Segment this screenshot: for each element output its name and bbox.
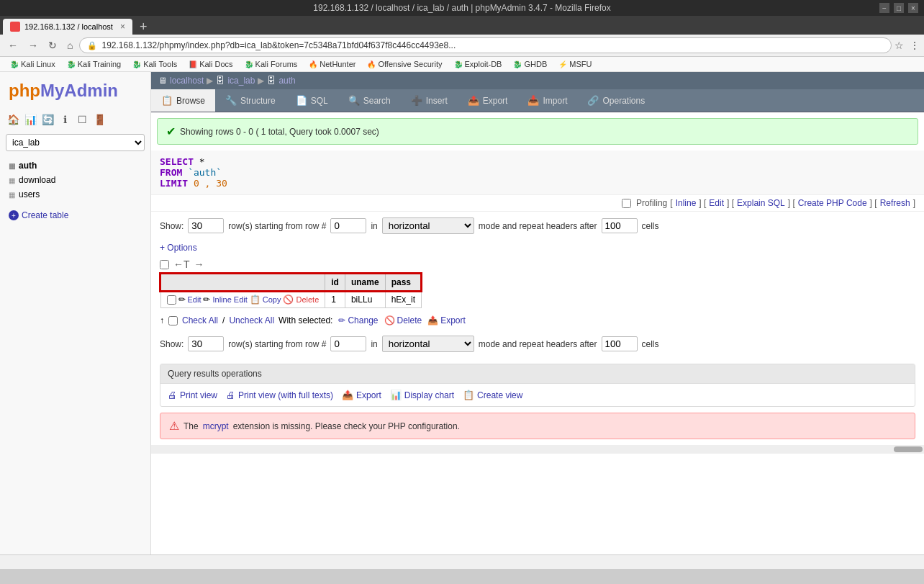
tab-sql[interactable]: 📄 SQL: [286, 89, 338, 112]
create-table-button[interactable]: + Create table: [6, 207, 145, 223]
sidebar-item-users[interactable]: ▦ users: [6, 187, 145, 202]
select-all-checkbox-bottom[interactable]: [168, 316, 178, 325]
table-nav: ←T →: [160, 259, 915, 270]
show-rows-input-bottom[interactable]: [188, 336, 224, 351]
explain-sql-link[interactable]: Explain SQL: [737, 198, 785, 208]
bookmark-kali-forums[interactable]: 🐉 Kali Forums: [240, 58, 302, 70]
bookmark-kali-training[interactable]: 🐉 Kali Training: [63, 58, 126, 70]
reload-sidebar-icon[interactable]: 🔄: [40, 112, 55, 127]
sidebar-item-download[interactable]: ▦ download: [6, 173, 145, 187]
delete-selected-link[interactable]: 🚫 Delete: [384, 315, 422, 325]
col-header-pass[interactable]: pass: [385, 274, 421, 291]
bookmark-kali-linux[interactable]: 🐉 Kali Linux: [6, 58, 60, 70]
query-results-title: Query results operations: [168, 369, 262, 379]
browser-tab[interactable]: 192.168.1.132 / localhost ×: [3, 19, 132, 35]
create-php-code-link[interactable]: Create PHP Code: [798, 198, 867, 208]
check-all-link[interactable]: Check All: [182, 315, 218, 325]
print-view-link[interactable]: 🖨 Print view: [168, 390, 217, 400]
row-start-input[interactable]: [330, 218, 366, 233]
tab-close-icon[interactable]: ×: [120, 22, 125, 32]
bookmark-kali-tools[interactable]: 🐉 Kali Tools: [128, 58, 181, 70]
repeat-input[interactable]: [602, 218, 638, 233]
repeat-input-bottom[interactable]: [602, 336, 638, 351]
row-checkbox[interactable]: [167, 295, 176, 305]
tab-browse[interactable]: 📋 Browse: [151, 89, 215, 112]
edit-link-row[interactable]: Edit: [188, 295, 201, 304]
close-button[interactable]: ×: [908, 3, 918, 13]
minimize-button[interactable]: −: [879, 3, 889, 13]
uncheck-all-link[interactable]: Uncheck All: [229, 315, 274, 325]
menu-icon[interactable]: ⋮: [910, 40, 920, 51]
bookmark-ghdb[interactable]: 🐉 GHDB: [509, 58, 551, 70]
select-all-checkbox-top[interactable]: [160, 260, 169, 269]
lock-icon: 🔒: [87, 41, 97, 50]
table-icon-auth: ▦: [9, 162, 15, 170]
tab-insert[interactable]: ➕ Insert: [401, 89, 458, 112]
profiling-checkbox[interactable]: [622, 199, 631, 208]
bookmark-exploit-db[interactable]: 🐉 Exploit-DB: [450, 58, 507, 70]
col-header-uname[interactable]: uname: [345, 274, 385, 291]
change-link[interactable]: ✏ Change: [338, 315, 378, 325]
inline-link[interactable]: Inline: [676, 198, 697, 208]
address-bar[interactable]: 🔒 192.168.1.132/phpmy/index.php?db=ica_l…: [79, 37, 892, 53]
warning-text-after: extension is missing. Please check your …: [233, 421, 460, 431]
display-chart-link[interactable]: 📊 Display chart: [390, 390, 454, 400]
restore-button[interactable]: □: [894, 3, 904, 13]
tab-structure[interactable]: 🔧 Structure: [215, 89, 286, 112]
success-text: Showing rows 0 - 0 ( 1 total, Query took…: [180, 127, 379, 137]
query-results-section: Query results operations 🖨 Print view 🖨 …: [160, 364, 915, 407]
tab-operations[interactable]: 🔗 Operations: [577, 89, 655, 112]
bookmark-star-icon[interactable]: ☆: [894, 40, 904, 51]
show-rows-input[interactable]: [188, 218, 224, 233]
bookmark-msfu[interactable]: ⚡ MSFU: [554, 58, 596, 70]
refresh-link[interactable]: Refresh: [880, 198, 910, 208]
sidebar-item-auth[interactable]: ▦ auth: [6, 158, 145, 173]
options-link[interactable]: + Options: [151, 240, 924, 256]
address-text: 192.168.1.132/phpmy/index.php?db=ica_lab…: [101, 40, 884, 50]
inline-edit-link[interactable]: Inline Edit: [212, 295, 247, 304]
home-button[interactable]: ⌂: [63, 38, 76, 53]
col-header-id[interactable]: id: [325, 274, 345, 291]
create-view-link[interactable]: 📋 Create view: [463, 390, 522, 400]
breadcrumb-table-icon: 🗄: [267, 76, 276, 86]
sql-tab-icon: 📄: [296, 95, 307, 106]
breadcrumb-localhost[interactable]: localhost: [170, 76, 204, 86]
row-start-label: row(s) starting from row #: [228, 221, 326, 231]
mode-select[interactable]: horizontal vertical horizontalflipped: [382, 217, 474, 234]
export-selected-link[interactable]: 📤 Export: [427, 315, 466, 325]
print-full-link[interactable]: 🖨 Print view (with full texts): [226, 390, 333, 400]
tab-export[interactable]: 📤 Export: [458, 89, 518, 112]
home-sidebar-icon[interactable]: 🏠: [6, 112, 20, 127]
back-button[interactable]: ←: [4, 38, 22, 53]
cell-uname: biLLu: [345, 291, 385, 308]
import-tab-icon: 📥: [527, 95, 539, 106]
row-start-input-bottom[interactable]: [330, 336, 366, 351]
reload-button[interactable]: ↻: [45, 38, 60, 53]
edit-link[interactable]: Edit: [709, 198, 724, 208]
exit-sidebar-icon[interactable]: 🚪: [92, 112, 107, 127]
cells-label: cells: [642, 221, 659, 231]
database-select[interactable]: ica_lab: [6, 134, 145, 151]
bookmarks-bar: 🐉 Kali Linux 🐉 Kali Training 🐉 Kali Tool…: [0, 57, 924, 72]
new-tab-button[interactable]: +: [134, 19, 153, 35]
delete-link[interactable]: Delete: [296, 295, 319, 304]
settings-sidebar-icon[interactable]: ☐: [75, 112, 89, 127]
forward-button[interactable]: →: [24, 38, 42, 53]
nav-bar: ← → ↻ ⌂ 🔒 192.168.1.132/phpmy/index.php?…: [0, 35, 924, 57]
breadcrumb-db-icon: 🖥: [158, 76, 167, 86]
bookmark-offensive-security[interactable]: 🔥 Offensive Security: [363, 58, 446, 70]
copy-link[interactable]: Copy: [263, 295, 281, 304]
db-sidebar-icon[interactable]: 📊: [23, 112, 37, 127]
show-label: Show:: [160, 221, 184, 231]
tab-search[interactable]: 🔍 Search: [338, 89, 401, 112]
breadcrumb-auth[interactable]: auth: [278, 76, 295, 86]
bookmark-nethunter[interactable]: 🔥 NetHunter: [304, 58, 360, 70]
info-sidebar-icon[interactable]: ℹ: [58, 112, 72, 127]
scroll-indicator[interactable]: [894, 446, 923, 452]
mcrypt-link[interactable]: mcrypt: [203, 421, 229, 431]
tab-import[interactable]: 📥 Import: [517, 89, 577, 112]
export-results-link[interactable]: 📤 Export: [342, 390, 381, 400]
breadcrumb-ica-lab[interactable]: ica_lab: [227, 76, 255, 86]
bookmark-kali-docs[interactable]: 📕 Kali Docs: [184, 58, 237, 70]
mode-select-bottom[interactable]: horizontal vertical horizontalflipped: [382, 336, 474, 352]
